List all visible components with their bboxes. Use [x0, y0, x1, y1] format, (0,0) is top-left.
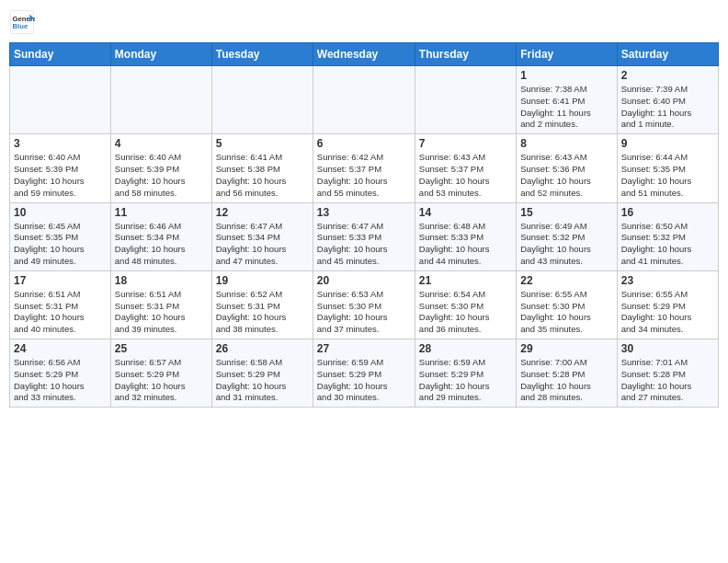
day-number: 21 — [419, 274, 512, 287]
calendar-cell: 19Sunrise: 6:52 AM Sunset: 5:31 PM Dayli… — [211, 270, 313, 339]
calendar-cell: 6Sunrise: 6:42 AM Sunset: 5:37 PM Daylig… — [313, 134, 415, 202]
day-number: 23 — [621, 274, 714, 287]
calendar-cell — [313, 66, 415, 134]
day-info: Sunrise: 6:51 AM Sunset: 5:31 PM Dayligh… — [115, 289, 208, 336]
day-number: 24 — [14, 342, 107, 355]
calendar-cell — [110, 66, 211, 134]
calendar-cell: 4Sunrise: 6:40 AM Sunset: 5:39 PM Daylig… — [110, 134, 211, 202]
day-info: Sunrise: 6:56 AM Sunset: 5:29 PM Dayligh… — [14, 357, 107, 404]
day-number: 2 — [621, 69, 714, 82]
day-info: Sunrise: 6:43 AM Sunset: 5:37 PM Dayligh… — [419, 152, 512, 199]
weekday-header-sunday: Sunday — [10, 43, 111, 66]
day-info: Sunrise: 6:58 AM Sunset: 5:29 PM Dayligh… — [216, 357, 309, 404]
day-number: 9 — [621, 137, 714, 150]
page-header: General Blue — [9, 9, 719, 35]
day-info: Sunrise: 6:53 AM Sunset: 5:30 PM Dayligh… — [317, 289, 411, 336]
calendar-cell: 13Sunrise: 6:47 AM Sunset: 5:33 PM Dayli… — [313, 202, 415, 270]
logo-icon: General Blue — [9, 9, 35, 35]
calendar-cell: 20Sunrise: 6:53 AM Sunset: 5:30 PM Dayli… — [313, 270, 415, 339]
day-info: Sunrise: 6:40 AM Sunset: 5:39 PM Dayligh… — [115, 152, 208, 199]
week-row-5: 24Sunrise: 6:56 AM Sunset: 5:29 PM Dayli… — [10, 339, 719, 408]
day-info: Sunrise: 6:43 AM Sunset: 5:36 PM Dayligh… — [520, 152, 612, 199]
day-info: Sunrise: 6:47 AM Sunset: 5:33 PM Dayligh… — [317, 221, 411, 268]
day-number: 5 — [216, 137, 309, 150]
day-number: 30 — [621, 342, 714, 355]
calendar-cell: 30Sunrise: 7:01 AM Sunset: 5:28 PM Dayli… — [617, 339, 718, 408]
calendar-cell: 29Sunrise: 7:00 AM Sunset: 5:28 PM Dayli… — [517, 339, 617, 408]
day-info: Sunrise: 6:50 AM Sunset: 5:32 PM Dayligh… — [621, 221, 714, 268]
calendar-cell: 9Sunrise: 6:44 AM Sunset: 5:35 PM Daylig… — [617, 134, 718, 202]
week-row-3: 10Sunrise: 6:45 AM Sunset: 5:35 PM Dayli… — [10, 202, 719, 270]
day-info: Sunrise: 6:40 AM Sunset: 5:39 PM Dayligh… — [14, 152, 107, 199]
calendar-cell: 14Sunrise: 6:48 AM Sunset: 5:33 PM Dayli… — [415, 202, 516, 270]
calendar-cell: 16Sunrise: 6:50 AM Sunset: 5:32 PM Dayli… — [617, 202, 718, 270]
calendar-cell: 17Sunrise: 6:51 AM Sunset: 5:31 PM Dayli… — [10, 270, 111, 339]
calendar-cell: 12Sunrise: 6:47 AM Sunset: 5:34 PM Dayli… — [211, 202, 313, 270]
day-info: Sunrise: 7:01 AM Sunset: 5:28 PM Dayligh… — [621, 357, 714, 404]
day-info: Sunrise: 6:55 AM Sunset: 5:30 PM Dayligh… — [520, 289, 612, 336]
calendar-cell: 28Sunrise: 6:59 AM Sunset: 5:29 PM Dayli… — [415, 339, 516, 408]
day-number: 20 — [317, 274, 411, 287]
calendar-cell — [10, 66, 111, 134]
week-row-1: 1Sunrise: 7:38 AM Sunset: 6:41 PM Daylig… — [10, 66, 719, 134]
day-number: 25 — [115, 342, 208, 355]
calendar-cell: 8Sunrise: 6:43 AM Sunset: 5:36 PM Daylig… — [517, 134, 617, 202]
day-number: 22 — [520, 274, 612, 287]
day-number: 18 — [115, 274, 208, 287]
calendar-cell: 22Sunrise: 6:55 AM Sunset: 5:30 PM Dayli… — [517, 270, 617, 339]
calendar-cell — [211, 66, 313, 134]
svg-text:Blue: Blue — [13, 22, 28, 30]
day-number: 4 — [115, 137, 208, 150]
day-number: 29 — [520, 342, 612, 355]
calendar-cell: 11Sunrise: 6:46 AM Sunset: 5:34 PM Dayli… — [110, 202, 211, 270]
weekday-header-thursday: Thursday — [415, 43, 516, 66]
weekday-header-tuesday: Tuesday — [211, 43, 313, 66]
calendar-cell: 15Sunrise: 6:49 AM Sunset: 5:32 PM Dayli… — [517, 202, 617, 270]
week-row-4: 17Sunrise: 6:51 AM Sunset: 5:31 PM Dayli… — [10, 270, 719, 339]
day-number: 15 — [520, 206, 612, 219]
day-info: Sunrise: 6:46 AM Sunset: 5:34 PM Dayligh… — [115, 221, 208, 268]
day-info: Sunrise: 6:41 AM Sunset: 5:38 PM Dayligh… — [216, 152, 309, 199]
weekday-header-row: SundayMondayTuesdayWednesdayThursdayFrid… — [10, 43, 719, 66]
day-info: Sunrise: 7:38 AM Sunset: 6:41 PM Dayligh… — [520, 84, 612, 131]
calendar-cell: 5Sunrise: 6:41 AM Sunset: 5:38 PM Daylig… — [211, 134, 313, 202]
day-number: 26 — [216, 342, 309, 355]
day-info: Sunrise: 7:39 AM Sunset: 6:40 PM Dayligh… — [621, 84, 714, 131]
day-number: 8 — [520, 137, 612, 150]
weekday-header-wednesday: Wednesday — [313, 43, 415, 66]
day-info: Sunrise: 6:59 AM Sunset: 5:29 PM Dayligh… — [419, 357, 512, 404]
calendar-cell: 18Sunrise: 6:51 AM Sunset: 5:31 PM Dayli… — [110, 270, 211, 339]
calendar-cell: 3Sunrise: 6:40 AM Sunset: 5:39 PM Daylig… — [10, 134, 111, 202]
day-number: 10 — [14, 206, 107, 219]
day-info: Sunrise: 6:59 AM Sunset: 5:29 PM Dayligh… — [317, 357, 411, 404]
calendar-cell: 7Sunrise: 6:43 AM Sunset: 5:37 PM Daylig… — [415, 134, 516, 202]
day-number: 17 — [14, 274, 107, 287]
day-info: Sunrise: 6:49 AM Sunset: 5:32 PM Dayligh… — [520, 221, 612, 268]
day-number: 11 — [115, 206, 208, 219]
weekday-header-saturday: Saturday — [617, 43, 718, 66]
day-number: 16 — [621, 206, 714, 219]
day-info: Sunrise: 7:00 AM Sunset: 5:28 PM Dayligh… — [520, 357, 612, 404]
week-row-2: 3Sunrise: 6:40 AM Sunset: 5:39 PM Daylig… — [10, 134, 719, 202]
day-number: 12 — [216, 206, 309, 219]
calendar-cell: 10Sunrise: 6:45 AM Sunset: 5:35 PM Dayli… — [10, 202, 111, 270]
day-info: Sunrise: 6:55 AM Sunset: 5:29 PM Dayligh… — [621, 289, 714, 336]
day-info: Sunrise: 6:47 AM Sunset: 5:34 PM Dayligh… — [216, 221, 309, 268]
calendar-cell: 26Sunrise: 6:58 AM Sunset: 5:29 PM Dayli… — [211, 339, 313, 408]
calendar-table: SundayMondayTuesdayWednesdayThursdayFrid… — [9, 42, 719, 408]
day-number: 14 — [419, 206, 512, 219]
weekday-header-friday: Friday — [517, 43, 617, 66]
calendar-cell: 27Sunrise: 6:59 AM Sunset: 5:29 PM Dayli… — [313, 339, 415, 408]
day-info: Sunrise: 6:48 AM Sunset: 5:33 PM Dayligh… — [419, 221, 512, 268]
calendar-cell: 23Sunrise: 6:55 AM Sunset: 5:29 PM Dayli… — [617, 270, 718, 339]
day-number: 6 — [317, 137, 411, 150]
calendar-cell: 2Sunrise: 7:39 AM Sunset: 6:40 PM Daylig… — [617, 66, 718, 134]
day-number: 3 — [14, 137, 107, 150]
calendar-cell: 21Sunrise: 6:54 AM Sunset: 5:30 PM Dayli… — [415, 270, 516, 339]
day-info: Sunrise: 6:45 AM Sunset: 5:35 PM Dayligh… — [14, 221, 107, 268]
day-number: 7 — [419, 137, 512, 150]
day-info: Sunrise: 6:44 AM Sunset: 5:35 PM Dayligh… — [621, 152, 714, 199]
day-number: 28 — [419, 342, 512, 355]
day-info: Sunrise: 6:52 AM Sunset: 5:31 PM Dayligh… — [216, 289, 309, 336]
weekday-header-monday: Monday — [110, 43, 211, 66]
